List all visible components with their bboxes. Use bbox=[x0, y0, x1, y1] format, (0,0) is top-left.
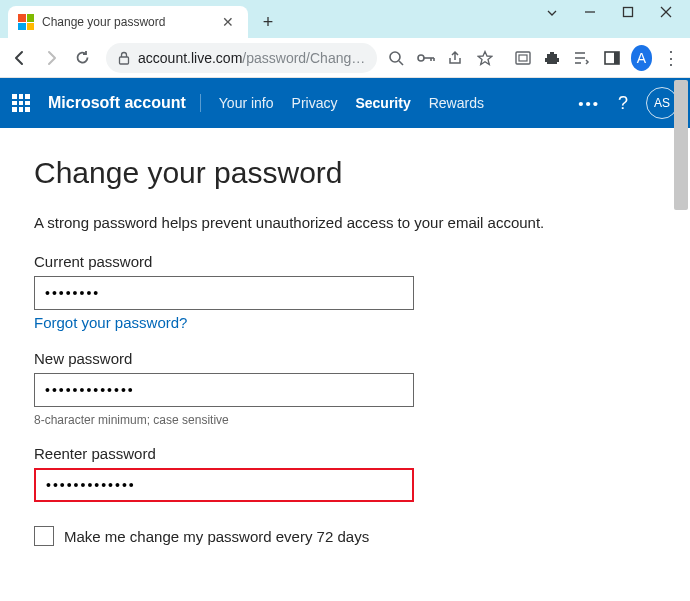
browser-toolbar: account.live.com/password/Chang… A ⋮ bbox=[0, 38, 690, 78]
search-icon[interactable] bbox=[385, 45, 407, 71]
lock-icon bbox=[118, 51, 130, 65]
reenter-password-label: Reenter password bbox=[34, 445, 656, 462]
screenshot-icon[interactable] bbox=[512, 45, 534, 71]
reenter-password-input[interactable] bbox=[34, 468, 414, 502]
reload-button[interactable] bbox=[71, 44, 94, 72]
new-tab-button[interactable]: + bbox=[254, 8, 282, 36]
tab-close-button[interactable]: ✕ bbox=[218, 12, 238, 32]
browser-menu-button[interactable]: ⋮ bbox=[660, 45, 682, 71]
window-maximize-button[interactable] bbox=[618, 6, 638, 18]
app-launcher-icon[interactable] bbox=[12, 94, 30, 112]
extensions-icon[interactable] bbox=[542, 45, 564, 71]
window-minimize-button[interactable] bbox=[580, 6, 600, 18]
browser-titlebar: Change your password ✕ + bbox=[0, 0, 690, 38]
nav-more-button[interactable]: ••• bbox=[578, 95, 600, 112]
svg-rect-4 bbox=[120, 57, 129, 64]
password-key-icon[interactable] bbox=[415, 45, 437, 71]
scrollbar-thumb[interactable] bbox=[674, 80, 688, 210]
forward-button[interactable] bbox=[39, 44, 62, 72]
address-bar[interactable]: account.live.com/password/Chang… bbox=[106, 43, 377, 73]
bookmark-star-icon[interactable] bbox=[474, 45, 496, 71]
svg-point-7 bbox=[418, 55, 424, 61]
help-icon[interactable]: ? bbox=[618, 93, 628, 114]
new-password-input[interactable] bbox=[34, 373, 414, 407]
vertical-scrollbar[interactable] bbox=[674, 80, 688, 590]
browser-tab[interactable]: Change your password ✕ bbox=[8, 6, 248, 38]
nav-privacy[interactable]: Privacy bbox=[292, 95, 338, 111]
nav-your-info[interactable]: Your info bbox=[219, 95, 274, 111]
share-icon[interactable] bbox=[445, 45, 467, 71]
new-password-label: New password bbox=[34, 350, 656, 367]
svg-rect-12 bbox=[519, 55, 527, 61]
url-text: account.live.com/password/Chang… bbox=[138, 50, 365, 66]
nav-rewards[interactable]: Rewards bbox=[429, 95, 484, 111]
page-content: Change your password A strong password h… bbox=[0, 128, 690, 574]
page-subtitle: A strong password helps prevent unauthor… bbox=[34, 214, 656, 231]
side-panel-icon[interactable] bbox=[601, 45, 623, 71]
current-password-label: Current password bbox=[34, 253, 656, 270]
microsoft-favicon bbox=[18, 14, 34, 30]
back-button[interactable] bbox=[8, 44, 31, 72]
reading-list-icon[interactable] bbox=[571, 45, 593, 71]
tab-title: Change your password bbox=[42, 15, 210, 29]
site-header: Microsoft account Your info Privacy Secu… bbox=[0, 78, 690, 128]
nav-security[interactable]: Security bbox=[355, 95, 410, 111]
svg-rect-11 bbox=[516, 52, 530, 64]
force-change-checkbox[interactable] bbox=[34, 526, 54, 546]
svg-point-5 bbox=[390, 52, 400, 62]
password-hint: 8-character minimum; case sensitive bbox=[34, 413, 656, 427]
svg-rect-1 bbox=[624, 8, 633, 17]
force-change-label: Make me change my password every 72 days bbox=[64, 528, 369, 545]
brand-link[interactable]: Microsoft account bbox=[48, 94, 201, 112]
svg-rect-17 bbox=[614, 52, 619, 64]
window-close-button[interactable] bbox=[656, 6, 676, 18]
forgot-password-link[interactable]: Forgot your password? bbox=[34, 314, 187, 331]
tabs-dropdown-button[interactable] bbox=[542, 6, 562, 20]
svg-line-6 bbox=[399, 61, 403, 65]
profile-avatar[interactable]: A bbox=[631, 45, 653, 71]
page-title: Change your password bbox=[34, 156, 656, 190]
current-password-input[interactable] bbox=[34, 276, 414, 310]
